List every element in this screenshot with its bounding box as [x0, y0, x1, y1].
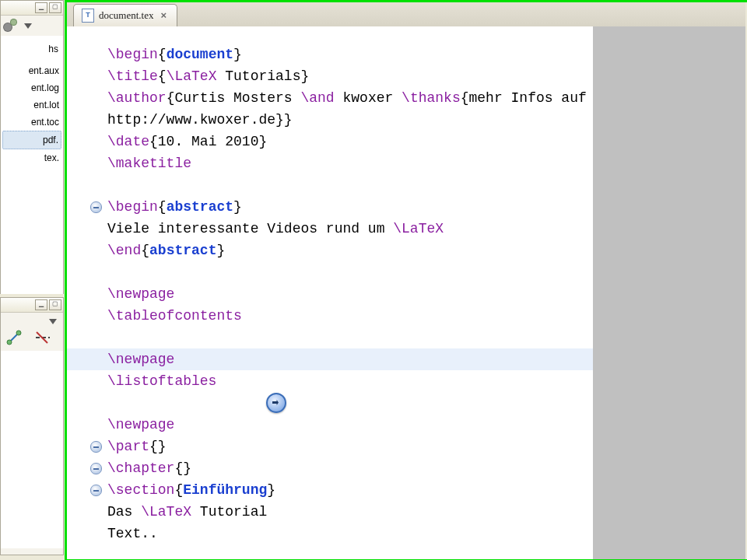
editor-gray-margin	[593, 26, 745, 560]
minimize-panel-button[interactable]: ▁	[35, 2, 47, 13]
code-line[interactable]: \chapter{}	[107, 457, 585, 479]
panel-titlebar: ▁ ▢	[1, 1, 63, 16]
code-line[interactable]: Das \LaTeX Tutorial	[107, 501, 585, 523]
code-line[interactable]: \newpage	[107, 348, 585, 370]
file-list-item[interactable]: ent.aux	[2, 62, 61, 79]
code-line[interactable]: \newpage	[107, 283, 585, 305]
code-line[interactable]	[107, 261, 585, 283]
code-line[interactable]: \begin{abstract}	[107, 196, 585, 218]
code-line[interactable]: \begin{document}	[107, 44, 585, 65]
file-list-item[interactable]: .tex	[2, 149, 61, 166]
project-panel: ▁ ▢ hs ent.auxent.logent.lotent.toc.pdf.…	[0, 0, 64, 294]
maximize-panel-button[interactable]: ▢	[49, 299, 61, 310]
unlink-icon[interactable]	[33, 329, 51, 346]
code-line[interactable]: Text..	[107, 523, 585, 544]
code-line[interactable]	[107, 392, 585, 414]
code-content[interactable]: \begin{document}\title{\LaTeX Tutorials}…	[67, 26, 593, 544]
svg-point-1	[7, 340, 12, 345]
code-line[interactable]: \newpage	[107, 414, 585, 436]
code-line[interactable]: http://www.kwoxer.de}}	[107, 109, 585, 131]
link-icon[interactable]	[5, 329, 23, 346]
dropdown-icon[interactable]	[49, 319, 57, 324]
code-line[interactable]	[107, 174, 585, 196]
tab-bar: document.tex ×	[67, 0, 745, 27]
file-explorer: hs ent.auxent.logent.lotent.toc.pdf.tex	[1, 36, 63, 294]
code-line[interactable]: \part{}	[107, 436, 585, 457]
outline-panel: ▁ ▢	[0, 297, 64, 555]
maximize-panel-button[interactable]: ▢	[49, 2, 61, 13]
gears-icon[interactable]	[4, 19, 18, 33]
code-line[interactable]: \tableofcontents	[107, 305, 585, 327]
panel-titlebar: ▁ ▢	[1, 298, 63, 313]
svg-point-2	[16, 331, 21, 335]
file-list-item[interactable]: ent.lot	[2, 96, 61, 114]
file-list-item[interactable]: ent.toc	[2, 114, 61, 131]
code-line[interactable]: Viele interessante Videos rund um \LaTeX	[107, 218, 585, 240]
dropdown-icon[interactable]	[24, 23, 32, 29]
code-line[interactable]: \section{Einführung}	[107, 479, 585, 501]
minimize-panel-button[interactable]: ▁	[35, 299, 47, 310]
code-line[interactable]	[107, 327, 585, 348]
code-line[interactable]: \listoftables	[107, 370, 585, 392]
editor-tab[interactable]: document.tex ×	[73, 4, 177, 26]
editor-area: document.tex × \begin{document}\title{\L…	[67, 0, 745, 560]
close-tab-button[interactable]: ×	[158, 10, 169, 21]
code-line[interactable]: \title{\LaTeX Tutorials}	[107, 65, 585, 87]
code-line[interactable]: \end{abstract}	[107, 240, 585, 261]
code-line[interactable]: \maketitle	[107, 152, 585, 174]
tab-label: document.tex	[99, 9, 153, 22]
code-line[interactable]: \author{Curtis Mosters \and kwoxer \than…	[107, 87, 585, 109]
tex-file-icon	[82, 9, 94, 23]
code-editor[interactable]: \begin{document}\title{\LaTeX Tutorials}…	[67, 26, 594, 560]
code-line[interactable]: \date{10. Mai 2010}	[107, 131, 585, 152]
left-sidebar: ▁ ▢ hs ent.auxent.logent.lotent.toc.pdf.…	[0, 0, 64, 560]
file-list-item[interactable]: .pdf	[2, 131, 61, 149]
project-heading: hs	[2, 39, 61, 62]
file-list-item[interactable]: ent.log	[2, 79, 61, 96]
file-list: ent.auxent.logent.lotent.toc.pdf.tex	[2, 62, 61, 166]
panel-toolbar	[1, 16, 63, 36]
